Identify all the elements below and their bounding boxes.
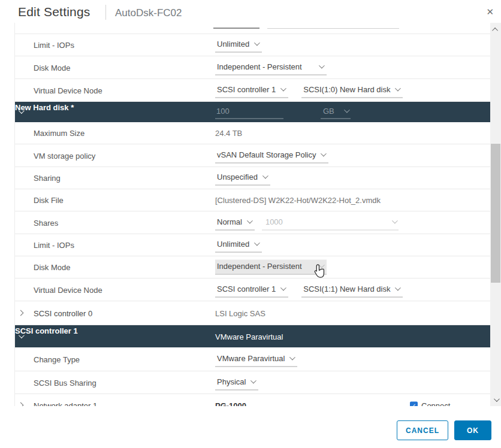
row-sharing: Sharing Unspecified	[15, 167, 490, 189]
row-disk-file: Disk File [Clustered-DS] W2K22-Hot/W2K22…	[15, 189, 490, 211]
ok-button[interactable]: OK	[454, 420, 491, 440]
chevron-down-icon	[344, 107, 350, 113]
row-label: Sharing	[34, 174, 61, 183]
chevron-down-icon	[254, 240, 260, 246]
chevron-down-icon	[280, 284, 286, 290]
shares-value-combo-disabled: 1000	[262, 215, 399, 230]
chevron-down-icon	[251, 377, 256, 383]
checkbox-label: Connect	[421, 401, 450, 406]
title-separator	[105, 5, 106, 20]
shares-level-dropdown[interactable]: Normal	[215, 215, 255, 230]
limit-iops-dropdown[interactable]: Unlimited	[215, 238, 262, 253]
chevron-down-icon	[392, 217, 398, 223]
dropdown-value: VMware Paravirtual	[217, 353, 285, 362]
row-label: SCSI Bus Sharing	[34, 378, 96, 387]
row-shares: Shares Normal 1000	[15, 211, 490, 234]
chevron-down-icon	[280, 85, 286, 91]
row-label: Disk Mode	[34, 63, 70, 72]
group-header-new-hard-disk[interactable]: New Hard disk * GB	[15, 102, 490, 122]
clipped-combo-underline	[267, 28, 399, 29]
dropdown-value: SCSI(1:0) New Hard disk	[303, 84, 390, 93]
row-change-type: Change Type VMware Paravirtual	[15, 347, 490, 371]
chevron-down-icon	[289, 354, 295, 360]
disk-unit-dropdown[interactable]: GB	[321, 105, 351, 119]
row-vm-storage-policy: VM storage policy vSAN Default Storage P…	[15, 144, 490, 167]
group-header-network-adapter-1[interactable]: Network adapter 1 PG-1000 ✓ Connect	[15, 394, 490, 406]
chevron-down-icon	[254, 40, 260, 46]
group-header-scsi-controller-0[interactable]: SCSI controller 0 LSI Logic SAS	[15, 301, 490, 325]
limit-iops-dropdown[interactable]: Unlimited	[215, 38, 262, 53]
edit-settings-dialog: Edit Settings AutoDsk-FC02 ✕ Limit - IOP…	[0, 0, 501, 448]
chevron-down-icon	[395, 284, 401, 290]
group-value: VMware Paravirtual	[215, 332, 283, 341]
dropdown-value: Independent - Persistent	[217, 62, 302, 71]
disk-size-input[interactable]	[215, 105, 283, 119]
row-virtual-device-node-2: Virtual Device Node SCSI controller 1 SC…	[15, 279, 490, 301]
vertical-scrollbar[interactable]	[490, 23, 501, 406]
group-value: LSI Logic SAS	[215, 308, 265, 317]
row-scsi-bus-sharing: SCSI Bus Sharing Physical	[15, 371, 490, 394]
chevron-down-icon	[319, 262, 325, 268]
scsi-node-dropdown[interactable]: SCSI(1:0) New Hard disk	[301, 83, 403, 98]
close-icon[interactable]: ✕	[486, 7, 494, 16]
scsi-node-dropdown[interactable]: SCSI(1:1) New Hard disk	[301, 282, 403, 297]
scsi-controller-dropdown[interactable]: SCSI controller 1	[215, 83, 288, 98]
connect-checkbox[interactable]: ✓	[410, 401, 418, 406]
cancel-button[interactable]: CANCEL	[397, 420, 448, 440]
row-maximum-size: Maximum Size 24.4 TB	[15, 122, 490, 144]
dropdown-value: SCSI controller 1	[217, 84, 276, 93]
group-label: SCSI controller 0	[34, 308, 92, 317]
chevron-down-icon	[262, 173, 268, 179]
chevron-up-icon	[492, 27, 498, 33]
row-label: Virtual Device Node	[34, 86, 102, 95]
dropdown-value: SCSI controller 1	[217, 284, 276, 293]
row-label: Change Type	[34, 355, 80, 364]
dropdown-value: SCSI(1:1) New Hard disk	[303, 284, 390, 293]
row-label: Disk File	[34, 196, 64, 205]
row-label: Disk Mode	[34, 263, 70, 272]
dropdown-value: Unspecified	[217, 172, 258, 181]
scroll-up-button[interactable]	[490, 24, 501, 35]
combo-value: 1000	[265, 217, 283, 226]
change-type-dropdown[interactable]: VMware Paravirtual	[215, 352, 297, 367]
scrollbar-thumb[interactable]	[491, 144, 500, 283]
connect-checkbox-group: ✓ Connect	[410, 401, 450, 406]
row-virtual-device-node: Virtual Device Node SCSI controller 1 SC…	[15, 79, 490, 102]
bus-sharing-dropdown[interactable]: Physical	[215, 375, 258, 390]
chevron-right-icon	[18, 402, 24, 406]
dialog-header: Edit Settings AutoDsk-FC02 ✕	[0, 0, 501, 23]
scsi-controller-dropdown[interactable]: SCSI controller 1	[215, 282, 288, 297]
row-limit-iops-2: Limit - IOPs Unlimited	[15, 234, 490, 256]
dialog-title: Edit Settings	[18, 5, 90, 19]
sharing-dropdown[interactable]: Unspecified	[215, 171, 270, 186]
disk-mode-dropdown-hovered[interactable]: Independent - Persistent	[215, 260, 327, 275]
scroll-down-button[interactable]	[490, 394, 501, 405]
row-label: Shares	[34, 218, 58, 227]
dialog-footer: CANCEL OK	[0, 406, 501, 448]
storage-policy-dropdown[interactable]: vSAN Default Storage Policy	[215, 148, 328, 163]
row-label: Limit - IOPs	[34, 41, 74, 50]
vm-name: AutoDsk-FC02	[115, 7, 182, 19]
disk-mode-dropdown[interactable]: Independent - Persistent	[215, 60, 327, 75]
dropdown-value: Independent - Persistent	[217, 262, 302, 271]
row-label: VM storage policy	[34, 151, 95, 160]
dropdown-value: Normal	[217, 217, 242, 226]
dropdown-value: Physical	[217, 377, 246, 386]
chevron-down-icon	[247, 217, 253, 223]
dropdown-value: vSAN Default Storage Policy	[217, 150, 316, 159]
row-label: Maximum Size	[34, 129, 84, 138]
chevron-right-icon	[18, 310, 24, 316]
row-label: Limit - IOPs	[34, 241, 74, 250]
chevron-down-icon	[321, 150, 327, 156]
clipped-dropdown-underline	[213, 28, 259, 29]
dropdown-value: GB	[323, 107, 334, 116]
settings-scroll-area: Limit - IOPs Unlimited Disk Mode Indepen…	[14, 23, 490, 406]
static-value: 24.4 TB	[215, 129, 242, 138]
group-header-scsi-controller-1[interactable]: SCSI controller 1 VMware Paravirtual	[15, 325, 490, 347]
chevron-down-icon	[395, 85, 401, 91]
row-limit-iops: Limit - IOPs Unlimited	[15, 34, 490, 56]
group-label: Network adapter 1	[34, 401, 97, 406]
row-disk-mode: Disk Mode Independent - Persistent	[15, 56, 490, 79]
dropdown-value: Unlimited	[217, 40, 249, 49]
chevron-down-icon	[493, 396, 499, 402]
